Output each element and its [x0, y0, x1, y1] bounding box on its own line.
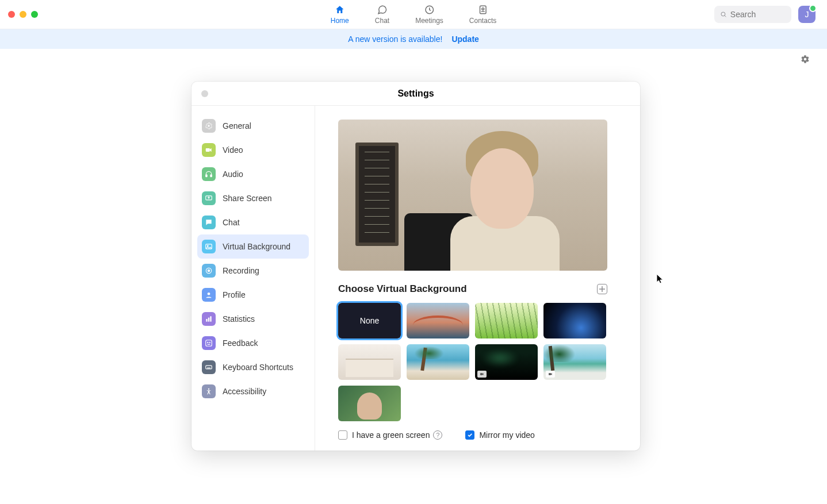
checkbox-icon: [465, 430, 474, 440]
sidebar-item-label: Virtual Background: [223, 242, 290, 251]
record-icon: [202, 264, 216, 278]
avatar-initial: J: [805, 10, 809, 19]
sidebar-item-feedback[interactable]: Feedback: [197, 331, 309, 355]
plus-icon: [599, 286, 605, 292]
meetings-icon: [424, 4, 435, 16]
video-badge-icon: [477, 371, 487, 378]
search-box[interactable]: [714, 6, 791, 23]
green-screen-checkbox[interactable]: I have a green screen ?: [338, 430, 442, 440]
svg-point-11: [207, 245, 208, 247]
window-minimize-button[interactable]: [20, 11, 26, 18]
settings-close-button[interactable]: [201, 90, 208, 97]
add-background-button[interactable]: [597, 284, 607, 294]
vbg-thumb-grass[interactable]: [475, 303, 538, 338]
svg-line-4: [725, 16, 726, 17]
sidebar-item-stats[interactable]: Statistics: [197, 307, 309, 331]
mirror-video-checkbox[interactable]: Mirror my video: [465, 430, 534, 440]
svg-rect-24: [549, 373, 551, 375]
settings-sidebar: GeneralVideoAudioShare ScreenChatVirtual…: [192, 106, 315, 451]
sidebar-item-general[interactable]: General: [197, 114, 309, 138]
nav-tab-contacts[interactable]: Contacts: [469, 4, 496, 25]
nav-tab-label: Contacts: [469, 17, 496, 25]
sidebar-item-label: Video: [223, 145, 243, 155]
sidebar-item-video[interactable]: Video: [197, 138, 309, 162]
background-thumbnails: None: [338, 303, 613, 421]
home-icon: [334, 4, 346, 16]
sidebar-item-label: Audio: [223, 170, 243, 179]
sidebar-item-label: Chat: [223, 218, 240, 227]
vbg-thumb-none[interactable]: None: [338, 303, 401, 338]
mirror-video-label: Mirror my video: [479, 430, 534, 440]
update-button[interactable]: Update: [451, 34, 478, 44]
sidebar-item-label: Profile: [223, 290, 246, 299]
svg-point-20: [209, 342, 210, 343]
svg-rect-15: [206, 319, 207, 322]
vbg-options: I have a green screen ? Mirror my video: [338, 430, 623, 440]
nav-tab-meetings[interactable]: Meetings: [415, 4, 443, 25]
search-input[interactable]: [730, 10, 786, 19]
sidebar-item-label: Statistics: [223, 314, 255, 324]
svg-rect-18: [206, 340, 212, 347]
vbg-thumb-aurora[interactable]: [475, 344, 538, 380]
person-icon: [202, 288, 216, 302]
svg-rect-7: [206, 175, 207, 177]
nav-tab-home[interactable]: Home: [331, 4, 349, 25]
settings-gear-button[interactable]: [801, 55, 810, 66]
checkbox-icon: [338, 430, 347, 440]
video-badge-icon: [546, 371, 555, 378]
smile-icon: [202, 336, 216, 350]
share-icon: [202, 191, 216, 205]
sidebar-item-vbg[interactable]: Virtual Background: [197, 234, 309, 259]
sidebar-item-access[interactable]: Accessibility: [197, 379, 309, 403]
vbg-thumb-room[interactable]: [338, 344, 401, 380]
sidebar-item-chat[interactable]: Chat: [197, 210, 309, 234]
sidebar-item-audio[interactable]: Audio: [197, 162, 309, 186]
sidebar-item-label: Recording: [223, 266, 259, 275]
vbg-thumb-beach[interactable]: [543, 344, 606, 380]
nav-tab-chat[interactable]: Chat: [375, 4, 389, 25]
svg-rect-6: [206, 148, 210, 152]
settings-content: Choose Virtual Background None I have a …: [315, 106, 640, 451]
sidebar-item-shortcuts[interactable]: Keyboard Shortcuts: [197, 355, 309, 379]
svg-point-5: [208, 125, 210, 127]
nav-tab-label: Chat: [375, 17, 389, 25]
svg-point-2: [482, 8, 484, 10]
sidebar-item-share[interactable]: Share Screen: [197, 186, 309, 210]
image-icon: [202, 240, 216, 253]
vbg-thumb-bridge[interactable]: [407, 303, 469, 338]
profile-avatar[interactable]: J: [798, 6, 815, 23]
svg-rect-16: [208, 318, 209, 322]
sidebar-item-recording[interactable]: Recording: [197, 259, 309, 283]
headphones-icon: [202, 167, 216, 181]
svg-point-22: [208, 388, 209, 390]
cursor-icon: [656, 274, 664, 284]
window-controls: [8, 11, 38, 18]
svg-rect-17: [210, 316, 211, 321]
svg-point-13: [208, 270, 210, 272]
vbg-thumb-person[interactable]: [338, 386, 401, 421]
contacts-icon: [477, 4, 489, 16]
window-maximize-button[interactable]: [31, 11, 38, 18]
window-close-button[interactable]: [8, 11, 15, 18]
vbg-thumb-earth[interactable]: [543, 303, 606, 338]
sidebar-item-label: Share Screen: [223, 194, 272, 203]
settings-modal: Settings GeneralVideoAudioShare ScreenCh…: [192, 82, 640, 451]
chat-icon: [376, 4, 388, 16]
settings-title: Settings: [397, 89, 434, 99]
video-icon: [202, 143, 216, 157]
sidebar-item-label: General: [223, 121, 251, 130]
app-titlebar: HomeChatMeetingsContacts J: [0, 0, 827, 29]
sidebar-item-profile[interactable]: Profile: [197, 283, 309, 307]
green-screen-label: I have a green screen: [352, 430, 430, 440]
main-nav: HomeChatMeetingsContacts: [331, 0, 496, 29]
vbg-thumb-palm[interactable]: [407, 344, 469, 380]
chat-icon: [202, 216, 216, 229]
gear-icon: [801, 55, 810, 64]
svg-rect-23: [480, 373, 483, 375]
update-message: A new version is available!: [348, 34, 442, 44]
svg-point-19: [208, 342, 208, 343]
gear-icon: [202, 119, 216, 133]
sidebar-item-label: Feedback: [223, 338, 258, 348]
green-screen-help-button[interactable]: ?: [433, 430, 442, 440]
stats-icon: [202, 312, 216, 326]
